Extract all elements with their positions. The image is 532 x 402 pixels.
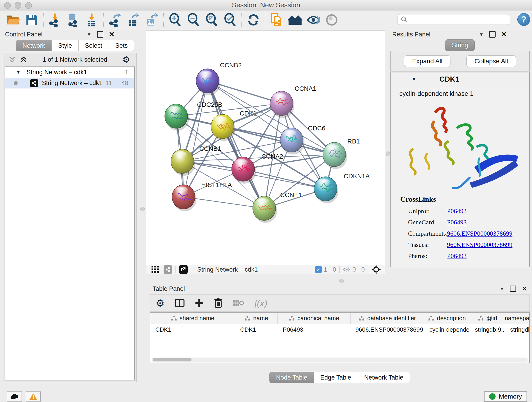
panel-float-icon[interactable] [510,286,516,292]
table-cell[interactable]: CDK1 [235,324,278,335]
node-details-header[interactable]: ▼ CDK1 [391,72,529,86]
crosslink-link[interactable]: 9606.ENSP00000378699 [447,230,512,237]
expand-all-button[interactable]: Expand All [404,56,450,67]
chevron-double-down-icon[interactable] [8,56,16,63]
crosslink-link[interactable]: P06493 [447,207,467,215]
panel-float-icon[interactable] [97,31,103,38]
search-input[interactable] [410,16,507,23]
network-view[interactable]: CCNB2CCNA1CDC25BCDK1CDC6RB1CCNB1CCNA2CDK… [146,31,385,265]
tab-node-table[interactable]: Node Table [269,372,314,383]
open-session-button[interactable] [4,12,22,27]
help-button[interactable]: ? [517,13,530,26]
tab-select[interactable]: Select [78,40,109,51]
hide-glass-eye-button[interactable] [304,12,323,27]
control-panel-header-icons: ▼ ✕ [87,31,114,38]
string-homology-button[interactable] [286,12,304,27]
grid-view-icon[interactable] [151,265,159,274]
bottom-splitter-handle[interactable] [339,279,344,283]
zoom-in-button[interactable] [166,12,184,27]
selected-checkbox-icon[interactable]: ✓ [315,266,322,273]
network-birdseye-share-icon[interactable] [164,265,172,274]
delete-table-icon[interactable] [233,299,244,307]
table-cell[interactable]: stringdb [505,324,529,335]
table-cell[interactable]: P06493 [278,324,351,335]
import-network-from-database-button[interactable] [64,12,82,27]
zoom-fit-button[interactable] [203,12,221,27]
cloud-status-button[interactable] [7,391,22,402]
panel-close-icon[interactable]: ✕ [522,286,527,291]
network-row[interactable]: String Network – cdk1 11 48 [5,78,134,89]
column-header-name[interactable]: name [235,313,278,324]
open-in-new-window-icon[interactable] [179,265,188,274]
delete-column-icon[interactable] [214,298,223,308]
export-network-button[interactable] [106,12,124,27]
network-manager: 1 of 1 Network selected ⚙ ▼ String Netwo… [3,53,137,382]
panel-menu-caret-icon[interactable]: ▼ [479,32,484,37]
column-header-description[interactable]: description [424,313,470,324]
table-settings-gear-icon[interactable]: ⚙ [156,297,165,309]
toolbar-separator [163,13,164,27]
zoom-out-icon [187,13,200,27]
gear-icon[interactable]: ⚙ [122,55,130,65]
panel-close-icon[interactable]: ✕ [501,32,507,37]
hidden-counts: 0 - 0 [343,266,365,273]
save-session-button[interactable] [22,12,41,27]
search-icon [401,16,408,23]
network-collection-row[interactable]: ▼ String Network – cdk1 1 [5,67,134,78]
table-cell[interactable]: cyclin-dependent ... [424,324,470,335]
zoom-selected-button[interactable] [221,12,239,27]
function-builder-icon[interactable]: f(x) [254,298,267,308]
results-panel-header-icons: ▼ ✕ [479,31,507,38]
import-table-button[interactable] [82,12,101,27]
split-table-icon[interactable] [175,298,185,307]
tab-sets[interactable]: Sets [109,40,134,51]
refresh-button[interactable] [244,12,263,27]
section-expander-icon[interactable]: ▼ [412,76,417,82]
export-image-button[interactable] [143,12,161,27]
memory-button[interactable]: Memory [484,391,527,402]
table-cell[interactable]: stringdb:9... [470,324,505,335]
table-cell[interactable]: 9606.ENSP00000378699 [351,324,424,335]
show-glass-eye-button[interactable] [323,12,341,27]
tab-network-table[interactable]: Network Table [358,372,410,383]
scrollbar-thumb[interactable] [152,358,191,361]
import-network-button[interactable] [46,12,64,27]
collapse-all-button[interactable]: Collapse All [467,56,516,67]
table-cell[interactable]: CDK1 [150,324,235,335]
tab-network[interactable]: Network [16,40,52,51]
column-header-canonical-name[interactable]: canonical name [278,313,351,324]
tab-edge-table[interactable]: Edge Table [314,372,358,383]
add-column-icon[interactable] [195,298,204,307]
copy-network-button[interactable] [268,12,286,27]
tab-style[interactable]: Style [51,40,79,51]
export-table-button[interactable] [124,12,143,27]
panel-float-icon[interactable] [489,31,496,38]
left-splitter-handle[interactable] [140,207,145,211]
column-header-database-identifier[interactable]: database identifier [351,313,424,324]
table-row[interactable]: CDK1CDK1P064939606.ENSP00000378699cyclin… [150,324,529,335]
toolbar-separator [265,13,265,27]
crosslink-link[interactable]: P06493 [447,252,467,260]
tree-expander-icon[interactable]: ▼ [16,70,21,75]
panel-menu-caret-icon[interactable]: ▼ [87,32,91,37]
search-field[interactable] [398,14,510,25]
column-header-namespac[interactable]: namespac [505,313,529,324]
panel-menu-caret-icon[interactable]: ▼ [500,286,504,292]
warning-status-button[interactable] [26,391,41,402]
crosslink-label: Compartments: [393,230,447,237]
column-header-@id[interactable]: @id [470,313,505,324]
horizontal-scrollbar[interactable] [152,357,528,362]
panel-close-icon[interactable]: ✕ [109,32,114,37]
column-header-shared-name[interactable]: shared name [150,313,235,324]
tab-string[interactable]: String [445,39,475,51]
network-graph[interactable]: CCNB2CCNA1CDC25BCDK1CDC6RB1CCNB1CCNA2CDK… [146,31,385,265]
crosslink-link[interactable]: 9606.ENSP00000378699 [447,241,512,249]
toolbar-separator [103,13,104,27]
crosslink-link[interactable]: P06493 [447,219,467,226]
eye-disabled-icon [326,14,338,26]
crosslink-label: Pharos: [393,252,447,260]
node-table[interactable]: shared namenamecanonical namedatabase id… [150,312,530,363]
crosshair-icon[interactable] [371,265,381,274]
zoom-out-button[interactable] [184,12,203,27]
chevron-double-up-icon[interactable] [20,56,27,63]
